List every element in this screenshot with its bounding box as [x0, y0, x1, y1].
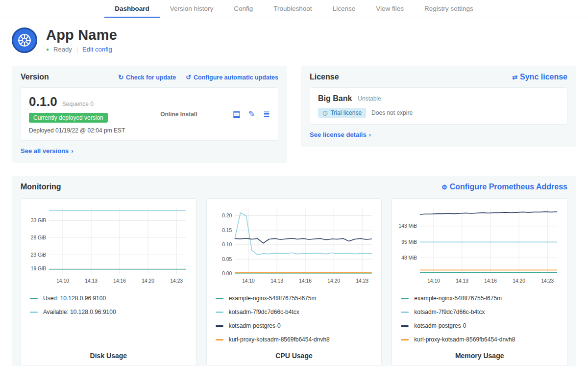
legend-item: kotsadm-postgres-0 [216, 322, 376, 329]
svg-text:48 MiB: 48 MiB [402, 255, 417, 261]
configure-prometheus-link[interactable]: ⚙Configure Prometheus Address [441, 183, 567, 191]
install-type-label: Online Install [160, 111, 197, 118]
svg-text:14:16: 14:16 [299, 278, 312, 284]
edit-config-link[interactable]: Edit config [82, 46, 112, 53]
license-panel: Big Bank Unstable ◷Trial license Does no… [310, 87, 567, 125]
tab-dashboard[interactable]: Dashboard [104, 0, 160, 18]
sequence-label: Sequence 0 [62, 101, 94, 107]
helm-wheel-icon [16, 31, 33, 49]
svg-text:14:16: 14:16 [485, 278, 497, 284]
see-license-details-link[interactable]: See license details› [310, 131, 371, 138]
svg-text:0.05: 0.05 [222, 257, 232, 262]
chart-legend: example-nginx-54f8f76755-l675mkotsadm-7f… [213, 288, 376, 343]
tab-version-history[interactable]: Version history [160, 0, 224, 18]
chart-card-disk-usage: 14:1014:1314:1614:2014:2319 GiB23 GiB28 … [21, 198, 196, 366]
license-card: License ⇄Sync license Big Bank Unstable … [301, 66, 576, 147]
legend-label: example-nginx-54f8f76755-l675m [414, 295, 502, 302]
chart-plot: 14:1014:1314:1614:2014:2319 GiB23 GiB28 … [27, 204, 190, 286]
tab-registry-settings[interactable]: Registry settings [414, 0, 484, 18]
charts-row: 14:1014:1314:1614:2014:2319 GiB23 GiB28 … [21, 198, 567, 366]
legend-swatch [401, 339, 409, 340]
svg-text:19 GiB: 19 GiB [31, 266, 47, 271]
legend-label: kotsadm-postgres-0 [229, 322, 281, 329]
clock-icon: ◷ [322, 109, 327, 116]
chart-legend: example-nginx-54f8f76755-l675mkotsadm-7f… [398, 288, 561, 343]
chart-title: Disk Usage [27, 343, 190, 360]
legend-item: example-nginx-54f8f76755-l675m [216, 295, 376, 302]
svg-text:14:20: 14:20 [327, 278, 340, 284]
svg-text:14:20: 14:20 [513, 278, 526, 284]
svg-text:0.15: 0.15 [222, 228, 232, 233]
nav-tabs: DashboardVersion historyConfigTroublesho… [0, 0, 588, 18]
customer-name: Big Bank [318, 94, 352, 103]
legend-swatch [216, 325, 223, 327]
channel-label: Unstable [358, 95, 381, 102]
monitoring-section: Monitoring ⚙Configure Prometheus Address… [12, 176, 576, 366]
legend-item: Used: 10.128.0.96:9100 [30, 295, 190, 302]
svg-text:14:23: 14:23 [170, 278, 183, 284]
app-header: App Name ● Ready | Edit config [0, 18, 588, 59]
legend-swatch [216, 312, 223, 313]
sync-icon: ⇄ [512, 74, 517, 81]
svg-text:33 GiB: 33 GiB [31, 218, 47, 223]
svg-text:14:20: 14:20 [142, 278, 154, 284]
version-number: 0.1.0 [29, 94, 57, 109]
check-for-update-link[interactable]: ↻Check for update [118, 74, 176, 81]
svg-text:14:10: 14:10 [427, 278, 440, 284]
legend-label: kotsadm-7f9dc7d66c-b4tcx [414, 309, 485, 315]
svg-text:14:13: 14:13 [456, 278, 469, 284]
svg-text:14:23: 14:23 [356, 278, 368, 284]
svg-text:14:13: 14:13 [270, 278, 283, 284]
svg-text:28 GiB: 28 GiB [31, 235, 47, 240]
edit-version-icon[interactable]: ✎ [248, 109, 255, 119]
legend-item: kotsadm-postgres-0 [401, 322, 561, 329]
legend-item: example-nginx-54f8f76755-l675m [401, 295, 561, 302]
deployed-version-badge: Currently deployed version [29, 113, 108, 123]
status-dot-icon: ● [46, 47, 49, 52]
chart-plot: 14:1014:1314:1614:2014:2348 MiB95 MiB143… [398, 204, 561, 286]
legend-swatch [401, 325, 409, 327]
svg-text:14:16: 14:16 [113, 278, 126, 284]
legend-label: kurl-proxy-kotsadm-8569fb6454-dnvh8 [229, 336, 330, 343]
svg-text:23 GiB: 23 GiB [31, 252, 47, 258]
refresh-icon: ↻ [118, 74, 123, 81]
svg-text:95 MiB: 95 MiB [402, 239, 417, 245]
legend-item: Available: 10.128.0.96:9100 [30, 309, 190, 315]
chart-card-memory-usage: 14:1014:1314:1614:2014:2348 MiB95 MiB143… [392, 198, 567, 366]
svg-text:0.10: 0.10 [222, 242, 232, 247]
current-version-panel: 0.1.0 Sequence 0 Currently deployed vers… [21, 87, 278, 141]
svg-text:14:13: 14:13 [85, 278, 98, 284]
legend-swatch [216, 298, 223, 299]
kubernetes-app-icon [12, 27, 37, 53]
version-card: Version ↻Check for update ↺Configure aut… [12, 66, 287, 163]
deploy-logs-icon[interactable]: ≣ [263, 109, 270, 119]
legend-swatch [401, 298, 409, 299]
page-title: App Name [46, 27, 117, 43]
status-text: Ready [53, 46, 72, 53]
legend-item: kurl-proxy-kotsadm-8569fb6454-dnvh8 [216, 336, 376, 343]
legend-label: Used: 10.128.0.96:9100 [43, 295, 106, 302]
legend-label: kotsadm-7f9dc7d66c-b4tcx [229, 309, 299, 315]
monitoring-title: Monitoring [21, 183, 61, 191]
sync-license-link[interactable]: ⇄Sync license [512, 73, 567, 81]
release-notes-icon[interactable]: ▤ [232, 109, 240, 119]
legend-swatch [30, 298, 38, 299]
tab-license[interactable]: License [322, 0, 366, 18]
legend-swatch [30, 312, 38, 313]
cards-row: Version ↻Check for update ↺Configure aut… [0, 66, 588, 163]
chart-plot: 14:1014:1314:1614:2014:230.000.050.100.1… [213, 204, 376, 286]
chevron-right-icon: › [369, 131, 371, 138]
svg-text:14:10: 14:10 [242, 278, 255, 284]
deployed-timestamp: Deployed 01/19/22 @ 02:04 pm EST [29, 127, 125, 134]
legend-label: kotsadm-postgres-0 [414, 322, 466, 329]
svg-text:14:23: 14:23 [541, 278, 554, 284]
svg-text:0.20: 0.20 [222, 213, 232, 218]
tab-config[interactable]: Config [223, 0, 263, 18]
tab-view-files[interactable]: View files [366, 0, 414, 18]
legend-label: example-nginx-54f8f76755-l675m [229, 295, 317, 302]
see-all-versions-link[interactable]: See all versions› [21, 147, 74, 155]
chart-title: Memory Usage [398, 343, 561, 360]
chart-title: CPU Usage [213, 343, 376, 360]
tab-troubleshoot[interactable]: Troubleshoot [263, 0, 322, 18]
configure-automatic-updates-link[interactable]: ↺Configure automatic updates [186, 74, 278, 81]
